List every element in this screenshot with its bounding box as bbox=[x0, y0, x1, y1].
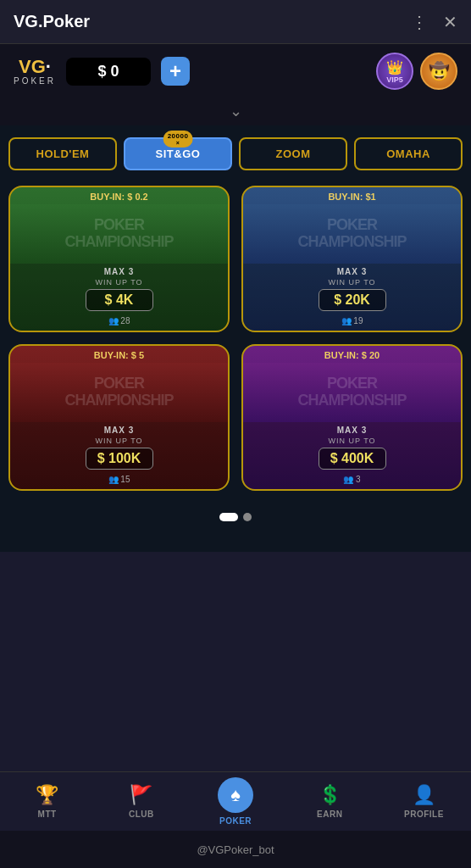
card1-logo: POKERCHAMPIONSHIP bbox=[64, 217, 173, 251]
title-bar-icons: ⋮ ✕ bbox=[411, 12, 457, 32]
card2-logo: POKERCHAMPIONSHIP bbox=[297, 217, 406, 251]
spacer bbox=[0, 535, 471, 552]
tab-zoom[interactable]: ZOOM bbox=[239, 137, 347, 170]
card4-win-amount: $ 400K bbox=[319, 448, 386, 470]
tab-sitgo-badge: 20000× bbox=[163, 131, 193, 147]
card3-win-label: WIN UP TO bbox=[17, 437, 221, 445]
footer: @VGPoker_bot bbox=[0, 831, 471, 868]
menu-icon[interactable]: ⋮ bbox=[411, 12, 428, 32]
footer-text: @VGPoker_bot bbox=[197, 843, 274, 856]
card3-logo: POKERCHAMPIONSHIP bbox=[64, 376, 173, 409]
card1-max: MAX 3 bbox=[17, 267, 221, 276]
nav-poker[interactable]: ♠ POKER bbox=[188, 772, 282, 831]
game-tabs: HOLD'EM 20000× SIT&GO ZOOM OMAHA bbox=[0, 125, 471, 182]
poker-card-4[interactable]: BUY-IN: $ 20 POKERCHAMPIONSHIP MAX 3 WIN… bbox=[241, 344, 463, 491]
card2-win-label: WIN UP TO bbox=[250, 278, 454, 287]
logo-vg: VG· bbox=[19, 58, 51, 76]
card3-body: POKERCHAMPIONSHIP bbox=[10, 363, 228, 422]
nav-club-label: CLUB bbox=[129, 810, 154, 819]
card2-players: 👥 19 bbox=[250, 316, 454, 326]
card1-win-label: WIN UP TO bbox=[17, 278, 221, 287]
card4-bottom: MAX 3 WIN UP TO $ 400K 👥 3 bbox=[243, 422, 461, 489]
app-header: VG· POKER $ 0 + 👑 VIP5 🤠 bbox=[0, 44, 471, 98]
nav-poker-label: POKER bbox=[219, 816, 252, 826]
tab-holdem[interactable]: HOLD'EM bbox=[8, 137, 117, 170]
title-bar: VG.Poker ⋮ ✕ bbox=[0, 0, 471, 44]
vip-badge[interactable]: 👑 VIP5 bbox=[376, 53, 413, 90]
nav-mtt-label: MTT bbox=[38, 810, 57, 819]
card2-bottom: MAX 3 WIN UP TO $ 20K 👥 19 bbox=[243, 264, 461, 331]
balance-display: $ 0 bbox=[66, 58, 151, 86]
nav-mtt[interactable]: 🏆 MTT bbox=[0, 772, 94, 831]
logo-area: VG· POKER bbox=[14, 58, 56, 86]
logo-poker: POKER bbox=[14, 76, 56, 86]
card3-players: 👥 15 bbox=[17, 475, 221, 484]
nav-club[interactable]: 🚩 CLUB bbox=[94, 772, 188, 831]
flag-icon: 🚩 bbox=[130, 784, 152, 806]
card2-max: MAX 3 bbox=[250, 267, 454, 276]
dollar-icon: 💲 bbox=[319, 784, 341, 806]
nav-profile-label: PROFILE bbox=[404, 810, 444, 819]
chevron-row[interactable]: ⌄ bbox=[0, 98, 471, 125]
bottom-nav: 🏆 MTT 🚩 CLUB ♠ POKER 💲 EARN 👤 PROFILE bbox=[0, 771, 471, 831]
card3-max: MAX 3 bbox=[17, 426, 221, 435]
pagination-dot-2[interactable] bbox=[243, 513, 252, 521]
poker-card-3[interactable]: BUY-IN: $ 5 POKERCHAMPIONSHIP MAX 3 WIN … bbox=[8, 344, 230, 491]
vip-label: VIP5 bbox=[386, 75, 403, 84]
card4-buyin: BUY-IN: $ 20 bbox=[243, 346, 461, 363]
tab-sitgo[interactable]: 20000× SIT&GO bbox=[124, 137, 232, 170]
nav-profile[interactable]: 👤 PROFILE bbox=[377, 772, 471, 831]
card3-buyin: BUY-IN: $ 5 bbox=[10, 346, 228, 363]
nav-earn-label: EARN bbox=[317, 810, 342, 819]
card4-players: 👥 3 bbox=[250, 475, 454, 484]
card4-max: MAX 3 bbox=[250, 426, 454, 435]
card4-body: POKERCHAMPIONSHIP bbox=[243, 363, 461, 422]
poker-card-1[interactable]: BUY-IN: $ 0.2 POKERCHAMPIONSHIP MAX 3 WI… bbox=[8, 186, 230, 332]
pagination bbox=[0, 503, 471, 535]
trophy-icon: 🏆 bbox=[36, 784, 58, 806]
tab-omaha[interactable]: OMAHA bbox=[354, 137, 463, 170]
add-funds-button[interactable]: + bbox=[161, 57, 190, 86]
card2-win-amount: $ 20K bbox=[319, 289, 386, 311]
card1-bottom: MAX 3 WIN UP TO $ 4K 👥 28 bbox=[10, 264, 228, 331]
card1-body: POKERCHAMPIONSHIP bbox=[10, 204, 228, 264]
vip-icon: 👑 bbox=[386, 59, 403, 75]
profile-icon: 👤 bbox=[413, 784, 435, 806]
close-icon[interactable]: ✕ bbox=[443, 12, 457, 32]
card1-buyin: BUY-IN: $ 0.2 bbox=[10, 187, 228, 204]
nav-earn[interactable]: 💲 EARN bbox=[283, 772, 377, 831]
card2-buyin: BUY-IN: $1 bbox=[243, 187, 461, 204]
poker-icon-bg: ♠ bbox=[218, 777, 253, 813]
cards-grid: BUY-IN: $ 0.2 POKERCHAMPIONSHIP MAX 3 WI… bbox=[0, 182, 471, 503]
card2-body: POKERCHAMPIONSHIP bbox=[243, 204, 461, 264]
card1-players: 👥 28 bbox=[17, 316, 221, 326]
header-right: 👑 VIP5 🤠 bbox=[376, 53, 457, 90]
card4-logo: POKERCHAMPIONSHIP bbox=[297, 376, 406, 409]
spade-icon: ♠ bbox=[230, 784, 241, 806]
card3-win-amount: $ 100K bbox=[86, 448, 153, 470]
poker-card-2[interactable]: BUY-IN: $1 POKERCHAMPIONSHIP MAX 3 WIN U… bbox=[241, 186, 463, 332]
user-avatar[interactable]: 🤠 bbox=[420, 53, 457, 90]
card4-win-label: WIN UP TO bbox=[250, 437, 454, 445]
pagination-dot-1[interactable] bbox=[219, 513, 238, 521]
card3-bottom: MAX 3 WIN UP TO $ 100K 👥 15 bbox=[10, 422, 228, 489]
app-title: VG.Poker bbox=[14, 12, 90, 31]
card1-win-amount: $ 4K bbox=[86, 289, 153, 311]
